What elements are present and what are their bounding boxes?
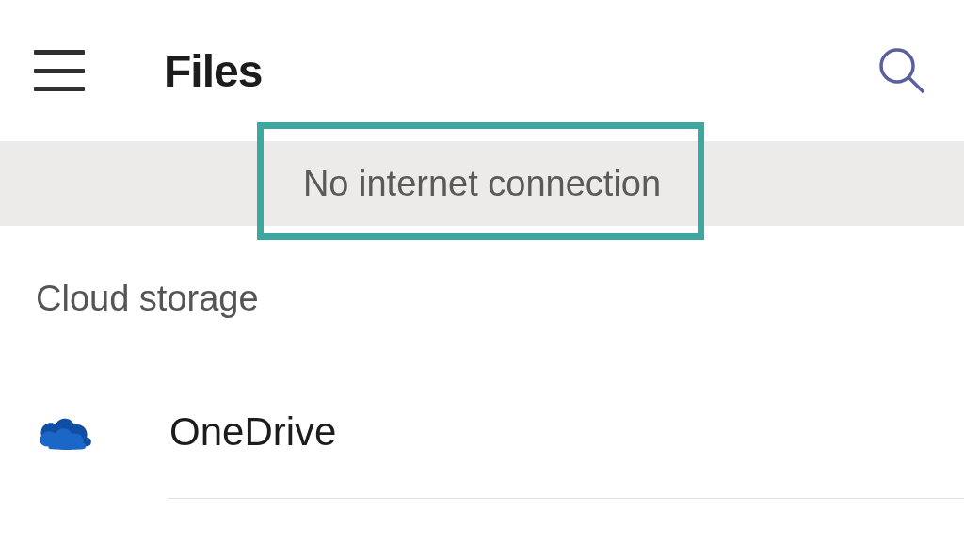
search-icon xyxy=(876,45,927,96)
svg-point-0 xyxy=(881,50,913,82)
offline-banner: No internet connection xyxy=(0,141,964,226)
search-button[interactable] xyxy=(874,42,930,99)
onedrive-icon xyxy=(36,403,94,461)
svg-line-1 xyxy=(908,77,924,92)
page-title: Files xyxy=(164,45,262,97)
storage-item-onedrive[interactable]: OneDrive xyxy=(0,366,964,498)
offline-banner-text: No internet connection xyxy=(303,164,661,204)
app-bar: Files xyxy=(0,0,964,141)
list-divider xyxy=(168,498,964,499)
section-header-cloud-storage: Cloud storage xyxy=(0,226,964,319)
storage-item-label: OneDrive xyxy=(169,409,336,455)
hamburger-menu-icon[interactable] xyxy=(34,50,85,91)
